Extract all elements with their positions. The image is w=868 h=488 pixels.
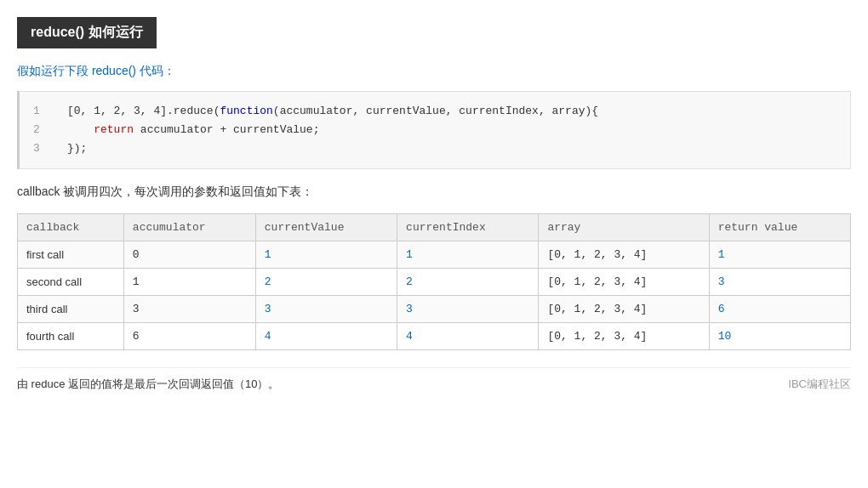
td-callback: fourth call — [18, 323, 124, 350]
td-accumulator: 0 — [123, 241, 255, 269]
code-content-2: return accumulator + currentValue; — [67, 121, 319, 139]
th-accumulator: accumulator — [123, 214, 255, 241]
footer-text: 由 reduce 返回的值将是最后一次回调返回值（10）。 — [17, 377, 279, 392]
title-bar: reduce() 如何运行 — [17, 17, 157, 48]
td-currentindex: 1 — [397, 241, 539, 269]
line-number-2: 2 — [33, 121, 54, 139]
keyword-return: return — [94, 123, 134, 136]
code-line-1: 1 [0, 1, 2, 3, 4].reduce(function(accumu… — [33, 102, 837, 121]
th-currentvalue: currentValue — [255, 214, 397, 241]
td-currentindex: 4 — [397, 323, 539, 350]
code-segment — [67, 123, 94, 136]
code-segment: accumulator + currentValue; — [134, 123, 319, 136]
code-line-2: 2 return accumulator + currentValue; — [33, 121, 837, 139]
code-segment: (accumulator, currentValue, currentIndex… — [273, 105, 598, 117]
table-row: second call122[0, 1, 2, 3, 4]3 — [18, 269, 851, 296]
td-currentvalue: 2 — [255, 269, 397, 296]
table-row: fourth call644[0, 1, 2, 3, 4]10 — [18, 323, 851, 350]
td-return-value: 1 — [709, 241, 850, 269]
code-content-1: [0, 1, 2, 3, 4].reduce(function(accumula… — [67, 102, 598, 121]
code-segment: [0, 1, 2, 3, 4].reduce( — [67, 105, 220, 117]
footer-brand: IBC编程社区 — [788, 377, 851, 392]
table-row: first call011[0, 1, 2, 3, 4]1 — [18, 241, 851, 269]
td-accumulator: 1 — [123, 269, 255, 296]
th-currentindex: currentIndex — [397, 214, 539, 241]
td-callback: third call — [18, 296, 124, 323]
line-number-3: 3 — [33, 139, 54, 158]
callback-desc: callback 被调用四次，每次调用的参数和返回值如下表： — [17, 184, 851, 200]
th-callback: callback — [18, 214, 124, 241]
code-content-3: }); — [67, 139, 87, 158]
td-array: [0, 1, 2, 3, 4] — [539, 269, 709, 296]
td-return-value: 10 — [709, 323, 850, 350]
td-accumulator: 6 — [123, 323, 255, 350]
intro-text: 假如运行下段 reduce() 代码： — [17, 64, 851, 79]
footer-row: 由 reduce 返回的值将是最后一次回调返回值（10）。 IBC编程社区 — [17, 367, 851, 392]
table-header-row: callback accumulator currentValue curren… — [18, 214, 851, 241]
title-text: reduce() 如何运行 — [31, 25, 143, 39]
callback-table: callback accumulator currentValue curren… — [17, 213, 851, 350]
table-row: third call333[0, 1, 2, 3, 4]6 — [18, 296, 851, 323]
td-array: [0, 1, 2, 3, 4] — [539, 296, 709, 323]
page-wrapper: reduce() 如何运行 假如运行下段 reduce() 代码： 1 [0, … — [0, 0, 868, 409]
td-array: [0, 1, 2, 3, 4] — [539, 323, 709, 350]
td-array: [0, 1, 2, 3, 4] — [539, 241, 709, 269]
line-number-1: 1 — [33, 102, 54, 121]
td-callback: first call — [18, 241, 124, 269]
th-array: array — [539, 214, 709, 241]
code-line-3: 3 }); — [33, 139, 837, 158]
td-callback: second call — [18, 269, 124, 296]
td-currentvalue: 3 — [255, 296, 397, 323]
td-return-value: 3 — [709, 269, 850, 296]
th-return-value: return value — [709, 214, 850, 241]
td-currentindex: 2 — [397, 269, 539, 296]
td-currentvalue: 1 — [255, 241, 397, 269]
code-segment: }); — [67, 142, 87, 155]
code-block: 1 [0, 1, 2, 3, 4].reduce(function(accumu… — [17, 91, 851, 169]
keyword-function: function — [220, 105, 272, 117]
td-currentindex: 3 — [397, 296, 539, 323]
td-return-value: 6 — [709, 296, 850, 323]
td-currentvalue: 4 — [255, 323, 397, 350]
td-accumulator: 3 — [123, 296, 255, 323]
